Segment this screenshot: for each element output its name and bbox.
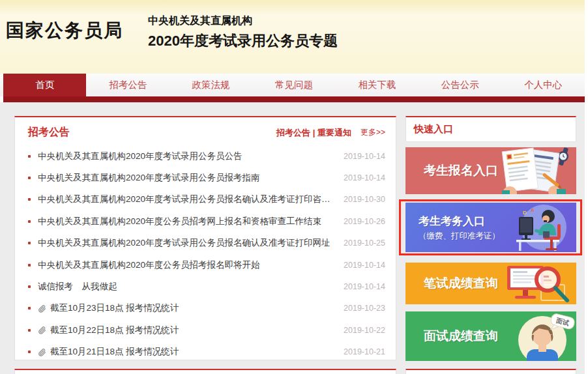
next-panel-stub-right: [405, 369, 576, 374]
svg-text:A: A: [531, 207, 535, 213]
list-item: 中央机关及其直属机构2020年度考试录用公务员报考指南 2019-10-14: [15, 167, 396, 188]
announcement-link[interactable]: 中央机关及其直属机构2020年度公务员招考网上报名和资格审查工作结束: [38, 216, 336, 227]
announcement-date: 2019-10-26: [344, 217, 385, 226]
announcement-date: 2019-10-14: [344, 261, 385, 270]
tab-downloads[interactable]: 相关下载: [336, 74, 419, 96]
announcement-date: 2019-10-14: [344, 173, 385, 182]
announcement-link[interactable]: 截至10月21日18点 报考情况统计: [50, 346, 336, 358]
svg-text:D: D: [523, 210, 527, 216]
site-subtitle: 中央机关及其直属机构 2020年度考试录用公务员专题: [148, 14, 338, 51]
tab-policies[interactable]: 政策法规: [169, 74, 252, 96]
announcement-date: 2019-10-14: [344, 152, 385, 161]
tab-personal-center[interactable]: 个人中心: [502, 74, 585, 96]
bullet-icon: [28, 285, 31, 288]
tab-home[interactable]: 首页: [3, 74, 86, 96]
candidate-registration-entry-button[interactable]: 考生报名入口: [405, 147, 576, 194]
announcement-link[interactable]: 中央机关及其直属机构2020年度考试录用公务员报名确认及准考证打印咨询电话: [38, 194, 336, 205]
announcement-date: 2019-10-14: [344, 282, 385, 291]
bullet-icon: [28, 198, 31, 201]
bullet-icon: [28, 351, 31, 353]
quick-entry-title: 快速入口: [405, 116, 576, 142]
list-item: 截至10月22日18点 报考情况统计 2019-10-22: [15, 319, 396, 341]
list-item: 中央机关及其直属机构2020年度考试录用公务员报名确认及准考证打印咨询电话 20…: [15, 189, 396, 210]
tab-public-notices[interactable]: 公告公示: [419, 74, 501, 96]
announcement-link[interactable]: 截至10月22日18点 报考情况统计: [50, 324, 336, 336]
bullet-icon: [28, 264, 31, 266]
tab-faq[interactable]: 常见问题: [252, 74, 335, 96]
paperclip-icon: [38, 348, 46, 356]
bullet-icon: [28, 177, 31, 179]
main-nav: 首页 招考公告 政策法规 常见问题 相关下载 公告公示 个人中心: [0, 74, 585, 96]
list-item: 诚信报考 从我做起 2019-10-14: [15, 276, 396, 297]
announcement-link[interactable]: 截至10月23日18点 报考情况统计: [50, 302, 336, 314]
site-header: 国家公务员局 中央机关及其直属机构 2020年度考试录用公务员专题: [0, 0, 585, 74]
panel-title: 招考公告: [28, 126, 70, 139]
announcements-tab-links[interactable]: 招考公告 | 重要通知: [276, 127, 351, 139]
announcements-header: 招考公告 招考公告 | 重要通知 更多>>: [15, 117, 396, 143]
list-item: 截至10月21日18点 报考情况统计 2019-10-21: [15, 341, 396, 360]
announcement-link[interactable]: 中央机关及其直属机构2020年度考试录用公务员报名确认及准考证打印网址: [38, 237, 336, 249]
bullet-icon: [28, 307, 31, 309]
list-item: 中央机关及其直属机构2020年度公务员招考报名即将开始 2019-10-14: [15, 254, 396, 276]
subtitle-line2: 2020年度考试录用公务员专题: [148, 31, 338, 51]
announcements-panel: 招考公告 招考公告 | 重要通知 更多>> 中央机关及其直属机构2020年度考试…: [14, 116, 396, 360]
announcement-link[interactable]: 中央机关及其直属机构2020年度考试录用公务员公告: [38, 151, 336, 162]
list-item: 截至10月23日18点 报考情况统计 2019-10-23: [15, 298, 396, 319]
banner-sublabel: （缴费、打印准考证）: [419, 231, 500, 242]
list-item: 中央机关及其直属机构2020年度考试录用公务员报名确认及准考证打印网址 2019…: [15, 233, 396, 254]
interview-score-query-button[interactable]: 面试成绩查询 面试: [405, 311, 576, 361]
list-item: 中央机关及其直属机构2020年度考试录用公务员公告 2019-10-14: [15, 145, 396, 167]
more-link[interactable]: 更多>>: [360, 127, 385, 138]
site-logo: 国家公务员局: [6, 18, 123, 43]
bullet-icon: [28, 220, 31, 223]
announcement-link[interactable]: 中央机关及其直属机构2020年度考试录用公务员报考指南: [38, 172, 336, 184]
quick-entry-column: 快速入口 考生报名入口: [405, 116, 576, 361]
page: 国家公务员局 中央机关及其直属机构 2020年度考试录用公务员专题 首页 招考公…: [0, 0, 585, 374]
tab-announcements[interactable]: 招考公告: [86, 74, 169, 96]
paperclip-icon: [38, 304, 46, 313]
announcement-link[interactable]: 诚信报考 从我做起: [38, 281, 336, 293]
paperclip-icon: [38, 326, 46, 334]
list-item: 中央机关及其直属机构2020年度公务员招考网上报名和资格审查工作结束 2019-…: [15, 210, 396, 232]
highlighted-banner-wrapper: 考生考务入口 （缴费、打印准考证） D A B: [405, 203, 576, 252]
bullet-icon: [28, 155, 31, 158]
next-panel-stub-left: [14, 369, 396, 374]
candidate-exam-affairs-entry-button[interactable]: 考生考务入口 （缴费、打印准考证） D A B: [405, 203, 576, 252]
announcement-list: 中央机关及其直属机构2020年度考试录用公务员公告 2019-10-14 中央机…: [15, 143, 396, 360]
written-exam-score-query-button[interactable]: 笔试成绩查询: [405, 263, 576, 304]
content-area: 招考公告 招考公告 | 重要通知 更多>> 中央机关及其直属机构2020年度考试…: [0, 102, 585, 374]
announcement-date: 2019-10-22: [344, 326, 385, 335]
announcement-date: 2019-10-25: [344, 238, 385, 248]
announcement-link[interactable]: 中央机关及其直属机构2020年度公务员招考报名即将开始: [38, 259, 336, 271]
subtitle-line1: 中央机关及其直属机构: [148, 14, 338, 28]
bullet-icon: [28, 242, 31, 244]
announcement-date: 2019-10-23: [344, 304, 385, 313]
announcement-date: 2019-10-30: [344, 195, 385, 204]
nav-underline-bar: [3, 96, 585, 102]
person-at-computer-illustration-icon: D A B: [478, 203, 576, 252]
bullet-icon: [28, 329, 31, 332]
announcement-date: 2019-10-21: [344, 347, 385, 356]
